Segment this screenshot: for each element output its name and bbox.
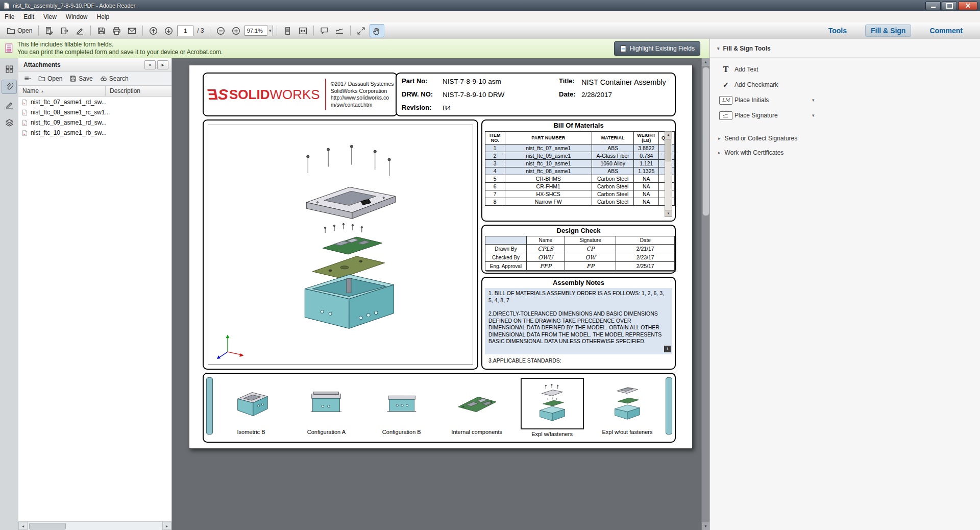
- title-label: Title:: [559, 77, 575, 85]
- email-button[interactable]: [125, 25, 139, 37]
- attachment-row[interactable]: nist_ftc_10_asme1_rb_sw...: [18, 128, 172, 138]
- save-button[interactable]: [94, 25, 108, 37]
- attachments-menu-button[interactable]: [21, 74, 34, 83]
- bom-scrollbar[interactable]: ▲ ▼: [665, 131, 672, 217]
- fit-width-button[interactable]: [296, 25, 310, 37]
- panel-options-button[interactable]: ▸: [157, 60, 168, 69]
- chevron-down-icon[interactable]: ▾: [812, 113, 815, 118]
- send-collect-signatures-section[interactable]: ▸ Send or Collect Signatures: [710, 131, 980, 146]
- page-number-input[interactable]: [177, 26, 193, 36]
- thumbnail-isometric-b[interactable]: Isometric B: [215, 376, 287, 439]
- zoom-out-button[interactable]: [214, 25, 228, 37]
- assembly-notes-field[interactable]: 1. BILL OF MATERIALS ASSEMBLY ORDER IS A…: [485, 288, 672, 354]
- bom-part-field[interactable]: nist_ftc_09_asme1: [505, 152, 592, 160]
- close-button[interactable]: [958, 2, 977, 10]
- fullscreen-button[interactable]: [354, 25, 368, 37]
- attachment-row[interactable]: nist_ftc_07_asme1_rd_sw...: [18, 97, 172, 107]
- scrollbar-thumb[interactable]: [666, 139, 671, 161]
- signature-field[interactable]: FP: [565, 262, 616, 271]
- pdf-app-icon: [3, 2, 10, 9]
- scrollbar-thumb[interactable]: [702, 67, 709, 216]
- highlight-existing-fields-button[interactable]: Highlight Existing Fields: [614, 41, 700, 56]
- add-checkmark-item[interactable]: ✓ Add Checkmark: [710, 77, 980, 92]
- scroll-up-icon[interactable]: ▲: [702, 58, 709, 66]
- pdf-create-button[interactable]: [42, 25, 56, 37]
- print-button[interactable]: [110, 25, 124, 37]
- signature-field[interactable]: OW: [565, 253, 616, 262]
- tab-fill-sign[interactable]: Fill & Sign: [865, 25, 911, 37]
- next-page-button[interactable]: [162, 25, 176, 37]
- signature-field[interactable]: CP: [565, 245, 616, 253]
- thumbnail-expl-wout-fasteners[interactable]: Expl w/out fasteners: [591, 376, 664, 439]
- thumbnail-internal-components[interactable]: Internal components: [440, 376, 513, 439]
- chevron-down-icon[interactable]: ▾: [812, 98, 815, 103]
- attachments-icon[interactable]: [2, 80, 17, 94]
- name-field[interactable]: FFP: [526, 262, 565, 271]
- fill-sign-tools-header[interactable]: ▾ Fill & Sign Tools: [710, 39, 980, 58]
- description-column-header[interactable]: Description: [106, 87, 172, 94]
- envelope-icon: [128, 27, 136, 35]
- place-signature-item[interactable]: Place Signature ▾: [710, 108, 980, 123]
- document-vertical-scrollbar[interactable]: ▲ ▼: [701, 58, 709, 530]
- name-field[interactable]: OWU: [526, 253, 565, 262]
- page-thumbnails-icon[interactable]: [2, 62, 17, 76]
- sign-button[interactable]: [73, 25, 87, 37]
- scroll-down-icon[interactable]: ▼: [665, 210, 672, 216]
- date-field[interactable]: 2/25/17: [616, 262, 675, 271]
- comment-tool-button[interactable]: [317, 25, 331, 37]
- open-button[interactable]: Open: [4, 25, 35, 37]
- zoom-in-button[interactable]: [229, 25, 243, 37]
- place-signature-label: Place Signature: [734, 112, 778, 119]
- name-column-header[interactable]: Name ▴: [18, 86, 106, 96]
- work-with-certificates-section[interactable]: ▸ Work with Certificates: [710, 146, 980, 160]
- signatures-icon[interactable]: [2, 98, 17, 112]
- attachment-search-button[interactable]: Search: [97, 74, 131, 83]
- scroll-right-icon[interactable]: ►: [162, 522, 172, 530]
- thumbnail-configuration-b[interactable]: Configuration B: [365, 376, 438, 439]
- attachment-save-button[interactable]: Save: [67, 74, 95, 83]
- tab-tools[interactable]: Tools: [823, 25, 852, 36]
- bom-part-field[interactable]: nist_ftc_08_asme1: [505, 167, 592, 175]
- bom-part-field[interactable]: nist_ftc_10_asme1: [505, 160, 592, 167]
- attachment-row[interactable]: nist_ftc_09_asme1_rd_sw...: [18, 117, 172, 128]
- minimize-button[interactable]: [925, 2, 941, 10]
- thumbnail-expl-w-fasteners[interactable]: Expl w/fasteners: [516, 376, 589, 439]
- scrollbar-thumb[interactable]: [29, 523, 66, 529]
- menu-edit[interactable]: Edit: [19, 12, 39, 22]
- menu-window[interactable]: Window: [61, 12, 92, 22]
- hand-tool-button[interactable]: [370, 24, 384, 37]
- share-button[interactable]: [58, 25, 71, 37]
- menu-help[interactable]: Help: [92, 12, 114, 22]
- date-field[interactable]: 2/23/17: [616, 253, 675, 262]
- thumbnail-configuration-a[interactable]: Configuration A: [290, 376, 362, 439]
- date-field[interactable]: 2/21/17: [616, 245, 675, 253]
- previous-page-button[interactable]: [146, 25, 160, 37]
- attachments-horizontal-scrollbar[interactable]: ◄ ►: [18, 521, 172, 530]
- maximize-button[interactable]: [942, 2, 957, 10]
- highlight-fields-icon: [620, 45, 627, 53]
- tab-comment[interactable]: Comment: [924, 25, 968, 36]
- zoom-level-select[interactable]: 97.1% ▾: [244, 26, 274, 36]
- strip-scroll-left-handle[interactable]: [206, 377, 213, 435]
- signature-tool-button[interactable]: [333, 25, 347, 37]
- place-initials-item[interactable]: LM Place Initials ▾: [710, 92, 980, 108]
- menu-view[interactable]: View: [39, 12, 61, 22]
- single-page-view-button[interactable]: [281, 25, 295, 37]
- add-text-label: Add Text: [734, 66, 758, 73]
- attachment-row[interactable]: nist_ftc_08_asme1_rc_sw1...: [18, 107, 172, 117]
- bom-part-field[interactable]: nist_ftc_07_asme1: [505, 144, 592, 152]
- collapse-panel-button[interactable]: «: [144, 60, 156, 69]
- layers-icon[interactable]: [2, 115, 17, 130]
- add-text-item[interactable]: T Add Text: [710, 62, 980, 77]
- attachment-open-button[interactable]: Open: [36, 74, 65, 83]
- chevron-right-icon: ▸: [718, 150, 721, 155]
- scroll-down-icon[interactable]: ▼: [702, 522, 709, 530]
- scroll-up-icon[interactable]: ▲: [665, 132, 672, 138]
- name-field[interactable]: CPLS: [526, 245, 565, 253]
- strip-scroll-right-handle[interactable]: [666, 377, 672, 435]
- notes-expand-button[interactable]: +: [664, 346, 671, 352]
- attachment-name: nist_ftc_09_asme1_rd_sw...: [31, 119, 107, 126]
- drw-no-label: DRW. NO:: [402, 90, 433, 98]
- scroll-left-icon[interactable]: ◄: [18, 522, 28, 530]
- menu-file[interactable]: File: [0, 12, 19, 22]
